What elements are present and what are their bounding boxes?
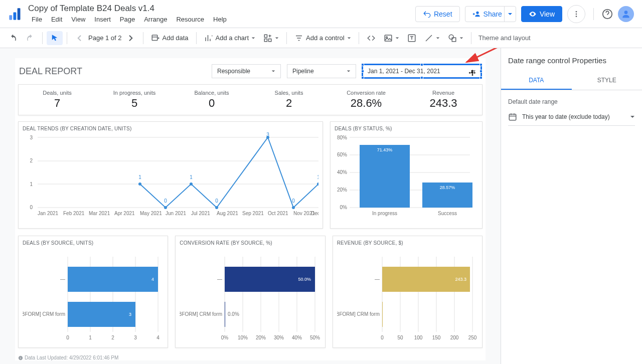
- add-data-button[interactable]: Add data: [147, 31, 192, 45]
- help-icon[interactable]: [602, 9, 613, 20]
- redo-button[interactable]: [22, 31, 38, 45]
- page-indicator[interactable]: Page 1 of 2: [88, 34, 122, 42]
- add-chart-button[interactable]: Add a chart: [201, 31, 259, 45]
- svg-text:Jul 2021: Jul 2021: [191, 211, 210, 216]
- document-title[interactable]: Copy of Template B24 Deals v1.4: [28, 4, 415, 15]
- svg-rect-17: [452, 38, 456, 42]
- date-range-control[interactable]: Jan 1, 2021 - Dec 31, 2021: [362, 64, 482, 78]
- svg-text:[WEBFORM] CRM form: [WEBFORM] CRM form: [337, 311, 380, 317]
- prev-page-button[interactable]: [71, 31, 87, 45]
- svg-point-16: [449, 35, 453, 39]
- menu-view[interactable]: View: [68, 15, 89, 24]
- tab-style[interactable]: STYLE: [572, 72, 643, 90]
- svg-text:Success: Success: [438, 211, 457, 216]
- svg-text:3: 3: [134, 335, 137, 340]
- report-page: DEAL REPORT Responsible Pipeline Jan 1, …: [15, 58, 486, 360]
- text-button[interactable]: [404, 31, 420, 45]
- kpi-inprogress: In progress, units5: [96, 85, 173, 115]
- theme-layout-button[interactable]: Theme and layout: [475, 34, 531, 42]
- svg-text:0.0%: 0.0%: [228, 311, 239, 317]
- chart-deals-status[interactable]: DEALS (BY STATUS, %) 0%20%40%60%80% 71.4…: [330, 121, 483, 229]
- chart-conversion-source[interactable]: CONVERSION RATE (BY SOURCE, %) 50.0% 0.0…: [175, 236, 325, 348]
- info-icon: [18, 355, 23, 360]
- svg-text:71.43%: 71.43%: [377, 147, 393, 152]
- kpi-balance: Balance, units0: [173, 85, 250, 115]
- svg-point-31: [190, 183, 193, 186]
- grid-plus-icon: [263, 34, 272, 43]
- svg-text:2: 2: [30, 158, 33, 163]
- filter-icon: [294, 34, 303, 43]
- caret-down-icon: [395, 36, 399, 40]
- undo-button[interactable]: [5, 31, 21, 45]
- more-options-button[interactable]: [567, 5, 585, 23]
- svg-text:0%: 0%: [221, 335, 229, 340]
- chart-deals-source[interactable]: DEALS (BY SOURCE, UNITS) 4 3 — [WEBFORM]…: [18, 236, 168, 348]
- chart-deal-trends[interactable]: DEAL TRENDS (BY CREATION DATE, UNITS) 01…: [18, 121, 323, 229]
- caret-down-icon: [347, 36, 351, 40]
- svg-text:May 2021: May 2021: [140, 211, 162, 216]
- next-page-button[interactable]: [123, 31, 139, 45]
- svg-text:Sep 2021: Sep 2021: [242, 211, 264, 216]
- svg-text:—: —: [217, 276, 222, 282]
- svg-text:[WEBFORM] CRM form: [WEBFORM] CRM form: [23, 311, 65, 317]
- menu-resource[interactable]: Resource: [173, 15, 208, 24]
- menu-help[interactable]: Help: [210, 15, 230, 24]
- user-avatar[interactable]: [618, 6, 634, 22]
- chart-revenue-source[interactable]: REVENUE (BY SOURCE, $) 243.3 — [WEBFORM]…: [333, 236, 483, 348]
- cursor-icon: [50, 34, 59, 43]
- svg-text:Aug 2021: Aug 2021: [217, 211, 238, 216]
- image-button[interactable]: [380, 31, 403, 45]
- svg-point-33: [215, 206, 218, 209]
- report-title: DEAL REPORT: [19, 66, 206, 77]
- reset-button[interactable]: Reset: [415, 6, 460, 22]
- caret-down-icon: [275, 36, 279, 40]
- caret-down-icon: [630, 114, 635, 119]
- svg-text:1: 1: [30, 181, 33, 187]
- svg-text:0: 0: [215, 198, 218, 204]
- view-button[interactable]: View: [521, 6, 562, 22]
- shape-icon: [448, 34, 457, 43]
- menu-edit[interactable]: Edit: [48, 15, 66, 24]
- svg-text:3: 3: [30, 135, 33, 140]
- hbar-chart-conversion: 50.0% 0.0% — [WEBFORM] CRM form 0%10%20%…: [180, 247, 320, 342]
- svg-text:0: 0: [381, 335, 384, 340]
- kpi-deals: Deals, units7: [19, 85, 96, 115]
- canvas[interactable]: DEAL REPORT Responsible Pipeline Jan 1, …: [0, 48, 501, 364]
- kpi-sales: Sales, units2: [250, 85, 328, 115]
- menu-arrange[interactable]: Arrange: [140, 15, 171, 24]
- svg-point-29: [164, 206, 167, 209]
- arrow-right-icon: [126, 34, 135, 43]
- embed-url-button[interactable]: [363, 31, 379, 45]
- menu-insert[interactable]: Insert: [91, 15, 114, 24]
- svg-point-5: [576, 13, 577, 15]
- menu-page[interactable]: Page: [116, 15, 138, 24]
- share-dropdown-button[interactable]: [504, 6, 516, 22]
- default-date-range-select[interactable]: This year to date (exclude today): [508, 108, 635, 126]
- svg-text:50: 50: [397, 335, 403, 340]
- share-button[interactable]: Share: [465, 6, 510, 22]
- line-button[interactable]: [421, 31, 443, 45]
- svg-rect-12: [269, 39, 271, 41]
- kpi-revenue: Revenue243.3: [405, 85, 482, 115]
- responsible-dropdown[interactable]: Responsible: [212, 64, 281, 78]
- shape-button[interactable]: [444, 31, 467, 45]
- svg-text:3: 3: [266, 132, 269, 137]
- svg-text:40%: 40%: [337, 169, 347, 175]
- select-tool-button[interactable]: [47, 31, 63, 45]
- svg-text:1: 1: [317, 174, 318, 180]
- svg-rect-111: [382, 302, 383, 327]
- community-vis-button[interactable]: [260, 31, 282, 45]
- svg-text:1: 1: [89, 335, 92, 340]
- caret-down-icon: [459, 36, 463, 40]
- svg-text:1: 1: [138, 174, 141, 180]
- svg-text:3: 3: [129, 312, 131, 317]
- menu-file[interactable]: File: [28, 15, 46, 24]
- pipeline-dropdown[interactable]: Pipeline: [287, 64, 356, 78]
- svg-text:150: 150: [432, 335, 440, 340]
- svg-rect-11: [264, 39, 267, 41]
- properties-panel: Date range control Properties DATA STYLE…: [501, 48, 642, 364]
- svg-text:50.0%: 50.0%: [298, 277, 311, 282]
- svg-text:[WEBFORM] CRM form: [WEBFORM] CRM form: [180, 311, 222, 317]
- tab-data[interactable]: DATA: [501, 72, 572, 90]
- add-control-button[interactable]: Add a control: [291, 31, 355, 45]
